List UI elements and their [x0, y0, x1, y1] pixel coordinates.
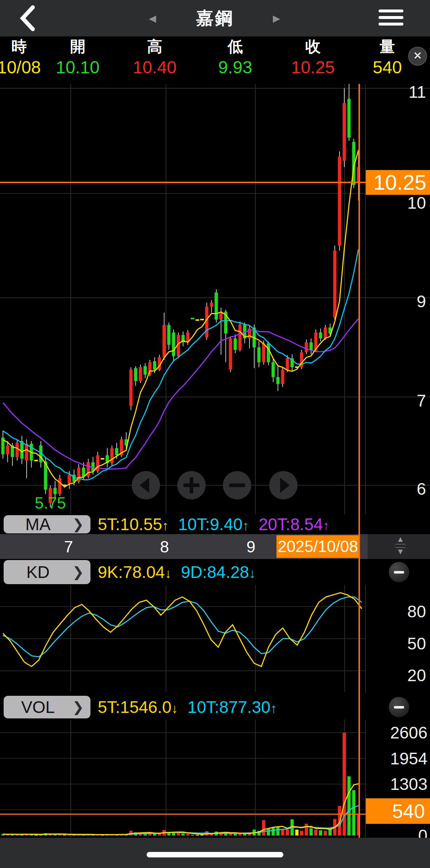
wicks-layer — [3, 84, 359, 507]
svg-text:9: 9 — [417, 292, 426, 311]
zoom-out-icon — [223, 471, 251, 499]
info-col-4: 收10.25 — [276, 36, 349, 78]
trading-app-screen: ◂ 嘉鋼 ▸ ✕ 時10/08開10.10高10.40低9.93收10.25量5… — [0, 0, 430, 868]
info-label: 量 — [351, 36, 424, 57]
ma-button-label: MA — [4, 514, 72, 534]
info-label: 低 — [199, 36, 272, 57]
info-value: 10.10 — [41, 57, 114, 78]
collapse-kd-button[interactable] — [389, 562, 409, 582]
crosshair-price-tag: 10.25 — [366, 170, 430, 195]
crosshair-horizontal-line[interactable] — [0, 182, 368, 183]
ma-indicator-row: MA ❯ 5T:10.55↑10T:9.40↑20T:8.54↑ — [0, 514, 430, 534]
info-label: 收 — [276, 36, 349, 57]
stock-title: 嘉鋼 — [0, 7, 430, 30]
chevron-right-icon: ❯ — [72, 516, 90, 532]
price-axis-labels: 1110976 — [407, 84, 426, 498]
svg-text:6: 6 — [417, 479, 426, 498]
kd-button-label: KD — [4, 562, 72, 582]
indicator-value: 10T:877.30↑ — [187, 697, 277, 717]
indicator-value: 10T:9.40↑ — [178, 514, 249, 534]
kd-grid-layer — [0, 585, 365, 693]
svg-text:80: 80 — [407, 602, 426, 621]
ma-lines-layer — [3, 150, 359, 487]
x-axis-label: 9 — [247, 538, 255, 556]
kd-button[interactable]: KD ❯ — [4, 560, 90, 584]
svg-text:10: 10 — [407, 193, 426, 212]
kd-lines-layer — [3, 593, 362, 667]
quote-info-bar: ✕ 時10/08開10.10高10.40低9.93收10.25量540 — [0, 36, 430, 84]
indicator-value: 5T:10.55↑ — [98, 514, 168, 534]
svg-text:50: 50 — [407, 634, 426, 653]
svg-text:7: 7 — [417, 391, 426, 410]
low-price-label: 5.75 — [35, 494, 66, 512]
x-axis-label: 8 — [160, 538, 169, 556]
chevron-right-icon: ❯ — [72, 699, 90, 715]
info-col-2: 高10.40 — [118, 36, 191, 78]
info-col-1: 開10.10 — [41, 36, 114, 78]
next-button[interactable] — [269, 471, 298, 499]
info-col-3: 低9.93 — [199, 36, 272, 78]
vol-button-label: VOL — [4, 697, 72, 717]
svg-text:1303: 1303 — [390, 775, 427, 794]
hamburger-menu-icon[interactable] — [379, 9, 403, 27]
crosshair-vertical-line[interactable] — [359, 84, 360, 838]
info-value: 10.25 — [276, 57, 349, 78]
collapse-vol-button[interactable] — [389, 697, 409, 717]
next-stock-icon[interactable]: ▸ — [273, 9, 280, 26]
crosshair-date-tag: 2025/10/08 — [276, 535, 359, 558]
bottom-strip — [0, 838, 430, 868]
vol-grid-layer — [0, 720, 365, 838]
crosshair-volume-tag: 540 — [366, 798, 430, 824]
svg-text:20: 20 — [407, 666, 426, 685]
kd-axis-labels: 805020 — [407, 602, 426, 685]
kd-indicator-row: KD ❯ 9K:78.04↓9D:84.28↓ — [0, 559, 430, 585]
home-indicator[interactable] — [147, 852, 283, 857]
next-icon — [269, 471, 298, 499]
info-value: 10.40 — [118, 57, 191, 78]
svg-text:2606: 2606 — [390, 723, 427, 742]
prev-icon — [132, 471, 160, 499]
candles-layer — [1, 99, 360, 503]
svg-text:0: 0 — [418, 826, 427, 838]
vol-ma-lines-layer — [3, 784, 359, 834]
indicator-value: 9K:78.04↓ — [98, 562, 171, 582]
zoom-in-icon — [177, 471, 206, 499]
zoom-in-button[interactable] — [177, 471, 206, 499]
chevron-right-icon: ❯ — [72, 564, 90, 580]
zoom-out-button[interactable] — [223, 471, 251, 499]
vol-button[interactable]: VOL ❯ — [4, 696, 90, 718]
info-value: 540 — [351, 57, 424, 78]
indicator-value: 5T:1546.0↓ — [98, 697, 178, 717]
info-value: 9.93 — [199, 57, 272, 78]
svg-text:11: 11 — [408, 84, 426, 101]
info-col-5: 量540 — [351, 36, 424, 78]
indicator-value: 9D:84.28↓ — [181, 562, 256, 582]
info-label: 高 — [118, 36, 191, 57]
x-axis-strip: ▲ ———— ▼ 789 — [0, 534, 430, 559]
kd-chart[interactable]: 805020 — [0, 585, 430, 693]
indicator-value: 20T:8.54↑ — [259, 514, 329, 534]
x-axis-label: 7 — [64, 538, 73, 556]
ma-button[interactable]: MA ❯ — [4, 515, 90, 533]
nav-bar: ◂ 嘉鋼 ▸ — [0, 0, 430, 36]
svg-text:1954: 1954 — [390, 749, 427, 768]
prev-button[interactable] — [132, 471, 160, 499]
info-label: 開 — [41, 36, 114, 57]
candlestick-chart[interactable]: 111097611.455.75 — [0, 84, 430, 514]
scale-spinner[interactable]: ▲ ———— ▼ — [393, 536, 408, 557]
vol-indicator-row: VOL ❯ 5T:1546.0↓10T:877.30↑ — [0, 695, 430, 720]
